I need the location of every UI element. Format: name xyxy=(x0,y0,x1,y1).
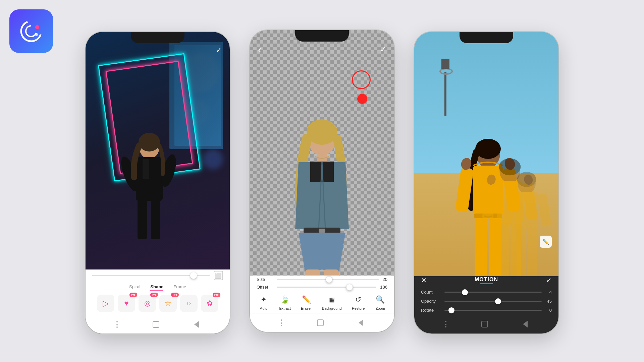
phone-3-notch xyxy=(460,32,513,43)
shape-play[interactable]: ▷ xyxy=(97,295,114,312)
svg-point-2 xyxy=(35,25,39,29)
rotate-value: 0 xyxy=(542,308,552,313)
svg-rect-6 xyxy=(143,159,149,179)
phone-3: ✏️ ✕ MOTION ✓ Count 4 xyxy=(414,32,558,334)
check-icon-2[interactable]: ✓ xyxy=(380,45,386,54)
opacity-slider-track[interactable] xyxy=(444,301,542,302)
phone-1-slider-thumb[interactable] xyxy=(190,272,197,279)
svg-point-0 xyxy=(21,21,41,41)
shape-circle-outline[interactable]: ◎ Pro xyxy=(139,295,156,312)
svg-rect-17 xyxy=(319,229,325,233)
eraser-dot xyxy=(357,94,367,104)
size-label: Size xyxy=(257,277,277,282)
auto-label: Auto xyxy=(260,306,268,310)
shape-heart[interactable]: ♥ Pro xyxy=(118,295,135,312)
phone-1-notch xyxy=(131,32,184,43)
woman-figure-1 xyxy=(106,127,193,261)
phone-1-slider-fill xyxy=(92,275,193,276)
phone-2-notch xyxy=(295,30,349,42)
tool-extract[interactable]: 🍃 Extract xyxy=(279,294,291,310)
opacity-thumb[interactable] xyxy=(495,298,501,304)
svg-rect-10 xyxy=(151,199,160,239)
motion-header: ✕ MOTION ✓ xyxy=(414,276,558,288)
shape-ring[interactable]: ○ xyxy=(180,295,198,312)
size-slider-track[interactable] xyxy=(277,279,379,280)
size-value: 20 xyxy=(383,277,387,282)
pro-badge-circle: Pro xyxy=(150,293,158,297)
tool-zoom[interactable]: 🔍 Zoom xyxy=(375,294,386,310)
hoop-board xyxy=(441,59,449,69)
tool-restore[interactable]: ↺ Restore xyxy=(352,294,365,310)
phone-2-controls: Size 20 Offset 186 ✦ Au xyxy=(250,276,394,313)
home-button-1[interactable] xyxy=(153,321,159,328)
eraser-tool-icon[interactable]: ✏️ xyxy=(540,236,552,248)
motion-check-button[interactable]: ✓ xyxy=(546,276,552,284)
eraser-label: Eraser xyxy=(301,306,312,310)
phone-2-header: ‹ ✓ xyxy=(250,42,394,58)
app-icon[interactable] xyxy=(9,9,53,53)
phone-1-slider-track[interactable] xyxy=(92,275,210,276)
hoop-pole xyxy=(444,72,446,116)
tool-eraser[interactable]: ✏️ Eraser xyxy=(301,294,312,310)
home-button-3[interactable] xyxy=(481,321,488,327)
tool-background[interactable]: ▦ Background xyxy=(322,294,342,310)
tab-shape[interactable]: Shape xyxy=(150,284,163,291)
svg-point-46 xyxy=(517,172,536,187)
extract-label: Extract xyxy=(279,306,291,310)
svg-rect-48 xyxy=(502,193,516,227)
phone-2: ‹ ✓ xyxy=(250,30,394,332)
offset-thumb[interactable] xyxy=(346,284,353,291)
zoom-icon: 🔍 xyxy=(375,294,386,305)
svg-rect-50 xyxy=(517,229,526,279)
opacity-value: 45 xyxy=(542,299,552,304)
opacity-slider-row: Opacity 45 xyxy=(414,297,558,306)
auto-icon: ✦ xyxy=(258,294,269,305)
home-button-2[interactable] xyxy=(317,319,324,326)
back-button-1[interactable] xyxy=(194,321,199,328)
phone-1-slider-row: ⬜ xyxy=(86,269,230,283)
rotate-slider-track[interactable] xyxy=(444,310,542,311)
eraser-icon: ⬜ xyxy=(214,271,223,280)
tab-spiral[interactable]: Spiral xyxy=(129,284,140,291)
phone-2-bg: ‹ ✓ xyxy=(250,30,394,313)
phone-3-home-bar xyxy=(414,315,558,334)
scene: ✓ ⬜ Spiral Shape Frame ▷ xyxy=(0,0,644,362)
rotate-slider-row: Rotate 0 xyxy=(414,306,558,315)
hoop-ring xyxy=(439,68,453,75)
check-icon-1[interactable]: ✓ xyxy=(216,46,222,55)
phone-1-header: ✓ xyxy=(86,43,230,57)
back-button-2[interactable] xyxy=(359,319,363,326)
rotate-label: Rotate xyxy=(421,308,444,313)
size-thumb[interactable] xyxy=(326,276,332,283)
count-slider-row: Count 4 xyxy=(414,288,558,297)
shape-flower[interactable]: ✿ Pro xyxy=(201,295,218,312)
back-icon-2[interactable]: ‹ xyxy=(258,44,261,55)
tool-auto[interactable]: ✦ Auto xyxy=(258,294,269,310)
count-thumb[interactable] xyxy=(462,289,468,295)
home-bar-lines-3 xyxy=(445,321,446,327)
eraser-icon-tool: ✏️ xyxy=(301,294,312,305)
phone-1-tabs: Spiral Shape Frame xyxy=(86,283,230,293)
count-slider-track[interactable] xyxy=(444,292,542,293)
svg-point-1 xyxy=(26,26,37,37)
tool-row: ✦ Auto 🍃 Extract ✏️ Eraser ▦ Background … xyxy=(250,291,394,312)
svg-rect-49 xyxy=(537,193,551,227)
back-button-3[interactable] xyxy=(523,321,528,327)
pro-badge-star: Pro xyxy=(171,293,179,297)
shape-star[interactable]: ☆ Pro xyxy=(159,295,177,312)
tab-frame[interactable]: Frame xyxy=(173,284,186,291)
phone-1-shapes: ▷ ♥ Pro ◎ Pro ☆ Pro ○ ✿ Pro xyxy=(86,293,230,315)
pro-badge-flower: Pro xyxy=(213,293,220,297)
background-icon: ▦ xyxy=(326,294,337,305)
eraser-circle-outline xyxy=(352,70,371,89)
phone-2-home-bar xyxy=(250,313,394,332)
extract-icon: 🍃 xyxy=(280,294,290,305)
size-fill xyxy=(277,279,328,280)
motion-title-container: MOTION xyxy=(475,277,498,284)
rotate-thumb[interactable] xyxy=(448,307,454,313)
svg-point-11 xyxy=(139,133,160,152)
motion-title: MOTION xyxy=(475,277,498,283)
offset-slider-track[interactable] xyxy=(277,287,376,288)
motion-close-button[interactable]: ✕ xyxy=(421,276,427,284)
restore-label: Restore xyxy=(352,306,365,310)
